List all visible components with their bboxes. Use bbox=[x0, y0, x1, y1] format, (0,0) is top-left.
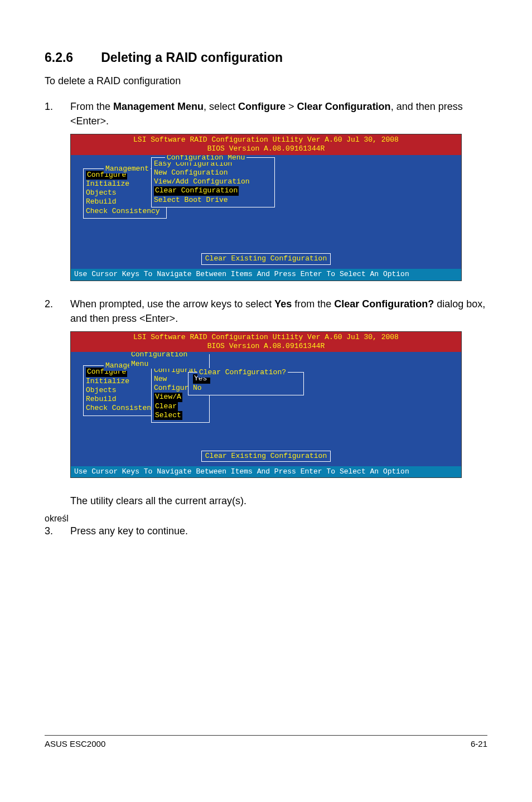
step-3: 3. Press any key to continue. bbox=[45, 524, 487, 538]
cfg-item-selectboot[interactable]: Select Boot Drive bbox=[154, 196, 272, 205]
cfg-item-clear[interactable]: Clear Configuration bbox=[154, 186, 239, 195]
bios-screen-1: LSI Software RAID Configuration Utility … bbox=[70, 134, 462, 281]
footer-right: 6-21 bbox=[471, 739, 487, 748]
cfg-item-viewadd-trunc[interactable]: View/A bbox=[154, 393, 182, 402]
cfg-item-clear-trunc[interactable]: Clear bbox=[154, 402, 178, 411]
step-1: 1. From the Management Menu, select Conf… bbox=[45, 99, 487, 128]
intro-text: To delete a RAID configuration bbox=[45, 75, 487, 87]
dialog-option-no[interactable]: No bbox=[193, 384, 300, 393]
footer-left: ASUS ESC2000 bbox=[45, 739, 105, 748]
configuration-menu-title: Configuration Menu bbox=[165, 155, 246, 162]
section-title-text: Deleting a RAID configuration bbox=[101, 50, 283, 65]
step-2: 2. When prompted, use the arrow keys to … bbox=[45, 297, 487, 326]
configuration-menu: Configuration Menu Easy Configuration Ne… bbox=[151, 157, 275, 207]
step-number: 2. bbox=[45, 297, 70, 326]
section-number: 6.2.6 bbox=[45, 50, 73, 65]
page-footer: ASUS ESC2000 6-21 bbox=[45, 735, 487, 748]
step-body: The utility clears all the current array… bbox=[70, 494, 487, 508]
status-box: Clear Existing Configuration bbox=[201, 253, 331, 264]
cfg-item-select-trunc[interactable]: Select bbox=[154, 411, 182, 420]
step-2-continued: The utility clears all the current array… bbox=[45, 494, 487, 508]
step-body: From the Management Menu, select Configu… bbox=[70, 99, 487, 128]
bios-header: LSI Software RAID Configuration Utility … bbox=[71, 332, 461, 352]
step-body: When prompted, use the arrow keys to sel… bbox=[70, 297, 487, 326]
bios-header: LSI Software RAID Configuration Utility … bbox=[71, 134, 461, 155]
menu-item-check-consistency[interactable]: Check Consistency bbox=[86, 207, 164, 216]
step-number: 1. bbox=[45, 99, 70, 128]
management-menu-title: Management bbox=[104, 165, 151, 173]
dialog-title: Clear Configuration? bbox=[197, 368, 288, 377]
bios-helpbar: Use Cursor Keys To Navigate Between Item… bbox=[71, 466, 461, 477]
bios-status: Clear Existing Configuration bbox=[71, 253, 461, 264]
bios-status: Clear Existing Configuration bbox=[71, 451, 461, 462]
step-number: 3. bbox=[45, 524, 70, 538]
configuration-menu-title: Configuration Menu bbox=[129, 352, 209, 369]
bios-helpbar: Use Cursor Keys To Navigate Between Item… bbox=[71, 269, 461, 280]
bios-body: Management Configure Initialize Objects … bbox=[71, 155, 461, 281]
status-box: Clear Existing Configuration bbox=[201, 451, 331, 462]
bios-body: Management Configure Initialize Objects … bbox=[71, 352, 461, 477]
cfg-item-viewadd[interactable]: View/Add Configuration bbox=[154, 177, 272, 186]
section-heading: 6.2.6Deleting a RAID configuration bbox=[45, 50, 487, 65]
clear-configuration-dialog: Clear Configuration? Yes No bbox=[188, 372, 304, 395]
bios-screen-2: LSI Software RAID Configuration Utility … bbox=[70, 331, 462, 479]
step-body: Press any key to continue. bbox=[70, 524, 487, 538]
cfg-item-new[interactable]: New Configuration bbox=[154, 168, 272, 177]
